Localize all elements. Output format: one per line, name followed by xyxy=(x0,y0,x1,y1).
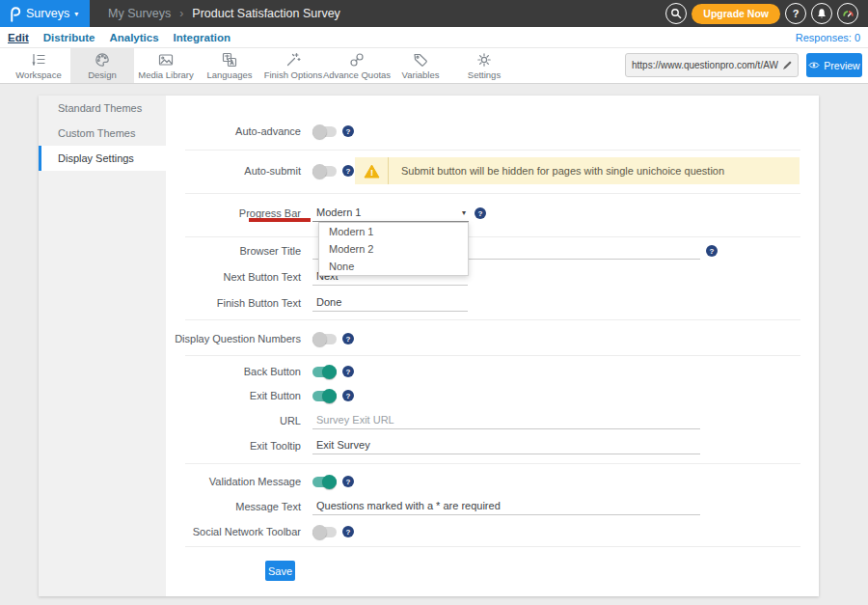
dropdown-option-none[interactable]: None xyxy=(319,258,468,275)
help-icon[interactable]: ? xyxy=(342,476,354,487)
svg-text:!: ! xyxy=(369,167,372,178)
toolbar-variables[interactable]: Variables xyxy=(389,48,452,83)
exit-url-label: URL xyxy=(166,411,301,430)
exit-tooltip-input[interactable] xyxy=(312,437,700,454)
surveys-product-menu[interactable]: Surveys ▾ xyxy=(0,0,90,27)
nav-tab-edit[interactable]: Edit xyxy=(8,32,29,43)
browser-title-row: Browser Title ? xyxy=(166,241,819,261)
social-network-toolbar-row: Social Network Toolbar ? xyxy=(166,522,819,541)
message-text-row: Message Text xyxy=(166,497,819,516)
social-network-toolbar-label: Social Network Toolbar xyxy=(166,522,301,541)
auto-advance-row: Auto-advance ? xyxy=(166,122,819,141)
progress-bar-dropdown: Modern 1 Modern 2 None xyxy=(318,222,469,276)
browser-title-label: Browser Title xyxy=(166,241,301,261)
help-icon[interactable]: ? xyxy=(342,526,354,537)
breadcrumb: My Surveys › Product Satisfaction Survey xyxy=(108,0,340,27)
chevron-down-icon: ▾ xyxy=(74,10,78,18)
display-question-numbers-toggle[interactable] xyxy=(312,334,337,344)
finish-button-text-input[interactable] xyxy=(312,294,468,312)
toolbar-design[interactable]: Design xyxy=(70,48,134,83)
design-icon xyxy=(94,51,111,69)
question-mark-icon: ? xyxy=(793,8,800,19)
display-settings-panel: Standard Themes Custom Themes Display Se… xyxy=(39,96,819,596)
help-icon[interactable]: ? xyxy=(342,165,354,177)
themes-sidebar: Standard Themes Custom Themes Display Se… xyxy=(39,96,166,596)
help-button[interactable]: ? xyxy=(785,3,806,24)
auto-submit-label: Auto-submit xyxy=(166,161,301,180)
bell-icon xyxy=(816,8,827,19)
toolbar-media-library[interactable]: Media Library xyxy=(134,48,198,83)
next-button-text-label: Next Button Text xyxy=(166,267,301,287)
section-divider xyxy=(185,150,800,151)
exit-tooltip-label: Exit Tooltip xyxy=(166,436,301,455)
help-icon[interactable]: ? xyxy=(342,366,354,377)
toolbar-finish-options[interactable]: Finish Options xyxy=(261,48,325,83)
toolbar-advance-quotas[interactable]: Advance Quotas xyxy=(325,48,389,83)
exit-url-input[interactable] xyxy=(312,412,700,429)
advance-quotas-icon xyxy=(348,51,366,69)
section-divider xyxy=(185,463,800,464)
section-divider xyxy=(185,355,800,356)
social-network-toolbar-toggle[interactable] xyxy=(312,527,337,537)
responses-count[interactable]: Responses: 0 xyxy=(796,32,860,43)
sidebar-item-standard-themes[interactable]: Standard Themes xyxy=(39,96,166,121)
warning-text: Submit button will be hidden for pages w… xyxy=(389,165,724,177)
help-icon[interactable]: ? xyxy=(706,245,718,257)
breadcrumb-separator: › xyxy=(179,7,183,20)
help-icon[interactable]: ? xyxy=(342,125,354,137)
survey-url-input[interactable] xyxy=(632,60,778,70)
warning-triangle-icon: ! xyxy=(364,164,380,179)
dropdown-option-modern-1[interactable]: Modern 1 xyxy=(319,223,468,240)
sidebar-item-custom-themes[interactable]: Custom Themes xyxy=(39,121,166,146)
notifications-button[interactable] xyxy=(811,3,832,24)
nav-tab-analytics[interactable]: Analytics xyxy=(109,32,158,43)
dropdown-option-modern-2[interactable]: Modern 2 xyxy=(319,240,468,258)
product-name: Surveys xyxy=(26,7,69,20)
save-button[interactable]: Save xyxy=(265,561,295,581)
sidebar-item-display-settings[interactable]: Display Settings xyxy=(39,146,166,171)
message-text-input[interactable] xyxy=(312,498,700,515)
preview-button[interactable]: Preview xyxy=(806,53,862,77)
exit-button-label: Exit Button xyxy=(166,386,301,405)
variables-icon xyxy=(412,51,429,69)
finish-button-text-row: Finish Button Text xyxy=(166,293,819,313)
next-button-text-row: Next Button Text xyxy=(166,267,819,287)
auto-advance-toggle[interactable] xyxy=(312,126,337,137)
questionpro-app: Surveys ▾ My Surveys › Product Satisfact… xyxy=(0,0,868,605)
exit-url-row: URL xyxy=(166,411,819,430)
nav-tab-integration[interactable]: Integration xyxy=(174,32,231,43)
breadcrumb-my-surveys[interactable]: My Surveys xyxy=(108,7,171,20)
help-icon[interactable]: ? xyxy=(475,207,486,219)
toolbar-workspace[interactable]: Workspace xyxy=(7,48,70,83)
validation-message-label: Validation Message xyxy=(166,472,301,491)
message-text-label: Message Text xyxy=(166,497,301,516)
finish-options-icon xyxy=(285,51,302,69)
progress-bar-select[interactable]: Modern 1 ▾ xyxy=(312,205,469,222)
help-icon[interactable]: ? xyxy=(342,333,354,344)
gauge-icon xyxy=(842,8,854,20)
auto-submit-toggle[interactable] xyxy=(312,166,337,177)
dashboard-gauge-button[interactable] xyxy=(837,3,858,24)
survey-url-chip xyxy=(625,53,799,77)
auto-advance-label: Auto-advance xyxy=(166,122,301,141)
edit-url-pencil-icon[interactable] xyxy=(782,61,792,70)
back-button-label: Back Button xyxy=(166,362,301,381)
validation-message-toggle[interactable] xyxy=(312,477,337,487)
toolbar-settings[interactable]: Settings xyxy=(452,48,516,83)
toolbar-languages[interactable]: Languages xyxy=(198,48,261,83)
back-button-toggle[interactable] xyxy=(312,367,337,377)
exit-tooltip-row: Exit Tooltip xyxy=(166,436,819,455)
upgrade-now-button[interactable]: Upgrade Now xyxy=(692,4,780,24)
eye-icon xyxy=(808,61,820,69)
display-question-numbers-label: Display Question Numbers xyxy=(166,329,301,348)
search-icon xyxy=(670,8,682,19)
settings-icon xyxy=(475,51,493,69)
nav-tab-distribute[interactable]: Distribute xyxy=(43,32,95,43)
validation-message-row: Validation Message ? xyxy=(166,472,819,491)
top-bar: Surveys ▾ My Surveys › Product Satisfact… xyxy=(0,0,868,27)
exit-button-toggle[interactable] xyxy=(312,391,337,401)
exit-button-row: Exit Button ? xyxy=(166,386,819,405)
help-icon[interactable]: ? xyxy=(342,390,354,401)
search-button[interactable] xyxy=(665,3,687,24)
media-library-icon xyxy=(157,51,175,69)
